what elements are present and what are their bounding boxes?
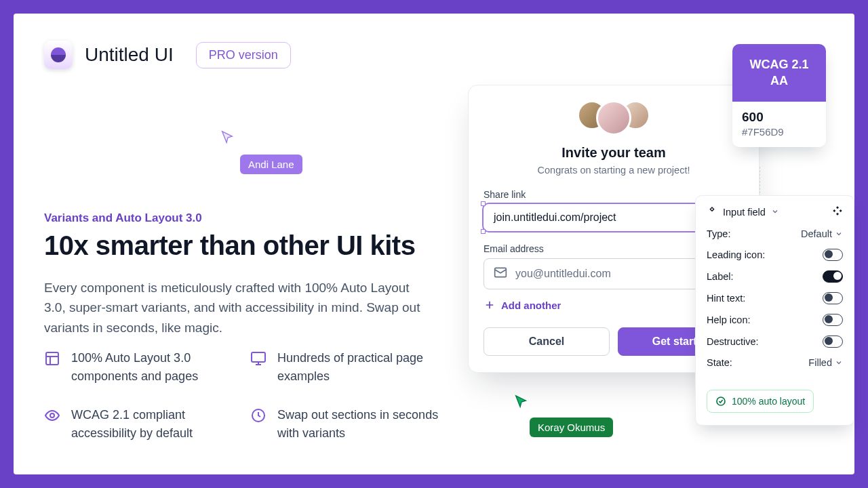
wcag-color-card: WCAG 2.1 AA 600 #7F56D9 [732, 44, 826, 147]
header: Untitled UI PRO version [44, 41, 291, 69]
avatar [596, 100, 631, 136]
wcag-title: WCAG 2.1 [739, 56, 819, 73]
eye-icon [44, 407, 60, 443]
prop-label: Help icon: [707, 314, 750, 325]
chevron-down-icon[interactable] [771, 207, 779, 218]
brand-logo [44, 41, 73, 69]
wcag-level: AA [739, 73, 819, 89]
prop-label: State: [707, 357, 732, 368]
collaborator-label: Andi Lane [240, 155, 302, 174]
collaborator-label: Koray Okumus [530, 418, 613, 437]
eyebrow-text: Variants and Auto Layout 3.0 [44, 211, 202, 225]
collaborator-cursor-andi: Andi Lane [220, 130, 235, 145]
properties-panel: Input field Type: Default Leading icon: … [695, 195, 854, 426]
panel-title: Input field [723, 207, 766, 218]
prop-label: Label: [707, 271, 734, 282]
feature-text: WCAG 2.1 compliant accessibility by defa… [71, 406, 241, 443]
feature-item: Swap out sections in seconds with varian… [250, 406, 447, 443]
monitor-icon [250, 350, 267, 386]
prop-label: Destructive: [707, 336, 759, 347]
type-select[interactable]: Default [801, 228, 843, 239]
color-weight: 600 [742, 110, 816, 125]
prop-label: Hint text: [707, 293, 745, 304]
label-toggle[interactable] [823, 270, 843, 283]
page-headline: 10x smarter than other UI kits [44, 230, 415, 261]
feature-text: 100% Auto Layout 3.0 components and page… [71, 349, 241, 386]
auto-layout-badge: 100% auto layout [707, 390, 814, 413]
modal-title: Invite your team [484, 145, 744, 161]
brand-name: Untitled UI [85, 44, 174, 66]
feature-text: Hundreds of practical page examples [277, 349, 447, 386]
avatar-group [484, 100, 744, 136]
hint-text-toggle[interactable] [823, 292, 843, 304]
variant-icon[interactable] [832, 205, 843, 219]
collaborator-cursor-koray: Koray Okumus [513, 394, 528, 409]
component-icon [707, 206, 717, 219]
state-select[interactable]: Filled [808, 357, 843, 368]
modal-subtitle: Congrats on starting a new project! [484, 165, 744, 176]
clock-icon [250, 407, 267, 443]
feature-grid: 100% Auto Layout 3.0 components and page… [44, 349, 451, 443]
layout-icon [44, 350, 60, 386]
help-icon-toggle[interactable] [823, 314, 843, 326]
svg-rect-1 [252, 352, 265, 362]
destructive-toggle[interactable] [823, 336, 843, 348]
svg-point-2 [50, 413, 54, 418]
cancel-button[interactable]: Cancel [484, 327, 610, 356]
mail-icon [494, 266, 507, 282]
page-subheading: Every component is meticulously crafted … [44, 278, 420, 338]
prop-label: Type: [707, 228, 730, 239]
feature-item: WCAG 2.1 compliant accessibility by defa… [44, 406, 241, 443]
pro-version-badge[interactable]: PRO version [196, 42, 291, 68]
color-hex: #7F56D9 [742, 126, 816, 138]
svg-rect-0 [46, 352, 58, 365]
add-another-label: Add another [501, 300, 561, 311]
feature-text: Swap out sections in seconds with varian… [277, 406, 447, 443]
feature-item: 100% Auto Layout 3.0 components and page… [44, 349, 241, 386]
leading-icon-toggle[interactable] [823, 249, 843, 261]
feature-item: Hundreds of practical page examples [250, 349, 447, 386]
prop-label: Leading icon: [707, 249, 765, 260]
